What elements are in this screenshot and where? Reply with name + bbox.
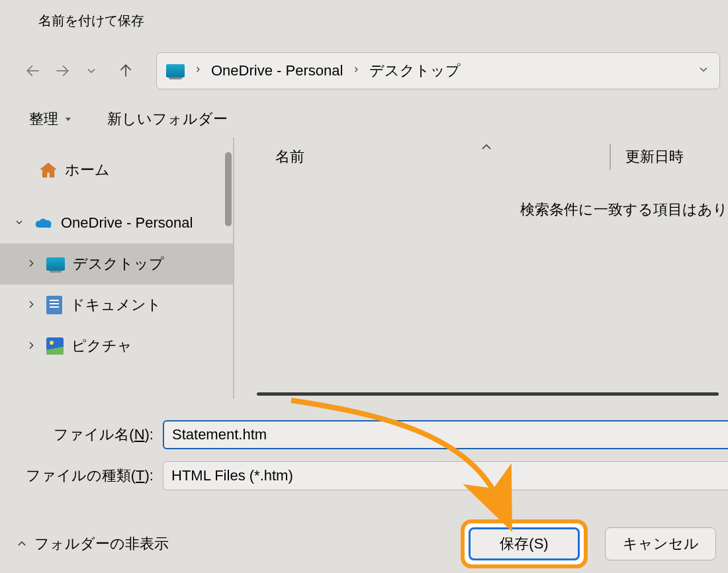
- organize-label: 整理: [29, 109, 58, 129]
- picture-icon: [46, 337, 64, 355]
- sidebar-item-label: ピクチャ: [71, 336, 132, 356]
- horizontal-scrollbar[interactable]: [248, 388, 728, 399]
- empty-list-message: 検索条件に一致する項目はあり: [234, 176, 728, 220]
- filetype-label: ファイルの種類(T):: [0, 466, 163, 486]
- save-form: ファイル名(N): Statement.htm ファイルの種類(T): HTML…: [0, 399, 728, 515]
- column-header-name[interactable]: 名前: [275, 147, 610, 167]
- sidebar-item-onedrive[interactable]: OneDrive - Personal: [0, 202, 233, 243]
- column-header-date[interactable]: 更新日時: [625, 147, 728, 167]
- save-button-highlight: 保存(S): [461, 519, 588, 568]
- chevron-up-icon: [16, 538, 28, 550]
- chevron-right-icon[interactable]: [24, 255, 38, 273]
- sidebar-item-label: デスクトップ: [73, 254, 164, 274]
- filename-label: ファイル名(N):: [0, 425, 163, 445]
- organize-button[interactable]: 整理: [23, 105, 79, 133]
- chevron-right-icon[interactable]: [24, 337, 38, 355]
- chevron-down-icon: [697, 63, 710, 76]
- file-list-area: 名前 更新日時 検索条件に一致する項目はあり: [234, 138, 728, 399]
- cancel-button[interactable]: キャンセル: [605, 527, 716, 560]
- sidebar-item-pictures[interactable]: ピクチャ: [0, 326, 233, 367]
- sidebar-item-documents[interactable]: ドキュメント: [0, 285, 233, 326]
- chevron-down-icon[interactable]: [12, 214, 26, 232]
- address-bar[interactable]: OneDrive - Personal デスクトップ: [156, 52, 720, 89]
- arrow-up-icon: [117, 62, 134, 79]
- address-dropdown-button[interactable]: [697, 63, 710, 79]
- save-button[interactable]: 保存(S): [469, 527, 580, 560]
- sidebar: ホーム OneDrive - Personal デスクトップ ドキュメント: [0, 138, 233, 399]
- arrow-left-icon: [24, 62, 42, 79]
- nav-buttons-group: [19, 56, 140, 85]
- filename-input[interactable]: Statement.htm: [163, 420, 728, 449]
- navigation-row: OneDrive - Personal デスクトップ: [0, 41, 728, 101]
- dialog-footer: フォルダーの非表示 保存(S) キャンセル: [0, 515, 728, 572]
- column-header-row: 名前 更新日時: [234, 138, 728, 176]
- column-resizer[interactable]: [610, 144, 611, 170]
- chevron-right-icon[interactable]: [24, 296, 38, 314]
- up-button[interactable]: [111, 56, 140, 85]
- svg-marker-3: [66, 118, 71, 121]
- dialog-title: 名前を付けて保存: [0, 0, 728, 41]
- caret-down-icon: [64, 110, 73, 128]
- hide-folders-label: フォルダーの非表示: [34, 534, 169, 554]
- location-icon: [166, 64, 185, 77]
- filetype-select[interactable]: HTML Files (*.htm): [163, 461, 728, 490]
- desktop-icon: [46, 257, 65, 271]
- recent-locations-button[interactable]: [77, 56, 106, 85]
- cloud-icon: [34, 216, 53, 230]
- new-folder-label: 新しいフォルダー: [107, 109, 228, 129]
- forward-button[interactable]: [48, 56, 77, 85]
- sidebar-item-desktop[interactable]: デスクトップ: [0, 243, 233, 285]
- main-area: ホーム OneDrive - Personal デスクトップ ドキュメント: [0, 138, 728, 399]
- chevron-down-icon: [85, 64, 98, 77]
- sidebar-item-home[interactable]: ホーム: [0, 150, 233, 191]
- hide-folders-button[interactable]: フォルダーの非表示: [16, 534, 169, 554]
- sort-indicator-icon: [481, 138, 492, 155]
- breadcrumb-separator-icon: [348, 64, 364, 78]
- sidebar-item-label: OneDrive - Personal: [61, 214, 193, 232]
- new-folder-button[interactable]: 新しいフォルダー: [101, 105, 234, 133]
- sidebar-scrollbar[interactable]: [225, 152, 232, 226]
- toolbar: 整理 新しいフォルダー: [0, 101, 728, 138]
- breadcrumb-item-onedrive[interactable]: OneDrive - Personal: [211, 62, 343, 79]
- svg-marker-4: [40, 163, 56, 177]
- home-icon: [40, 162, 57, 178]
- document-icon: [46, 296, 62, 314]
- breadcrumb-item-desktop[interactable]: デスクトップ: [369, 61, 461, 81]
- breadcrumb-separator-icon: [190, 64, 206, 78]
- dialog-title-text: 名前を付けて保存: [38, 12, 144, 30]
- sidebar-item-label: ホーム: [65, 160, 110, 180]
- back-button[interactable]: [19, 56, 48, 85]
- arrow-right-icon: [54, 62, 71, 79]
- sidebar-item-label: ドキュメント: [70, 295, 161, 315]
